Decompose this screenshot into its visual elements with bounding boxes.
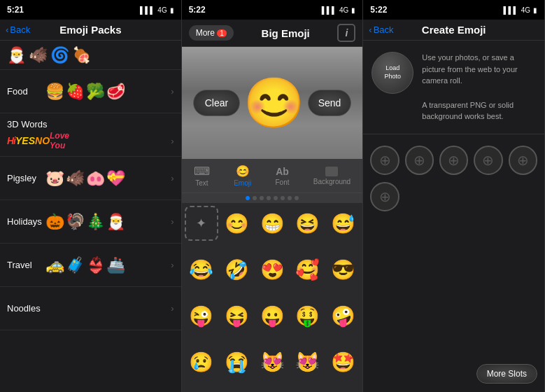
more-button[interactable]: More 1 <box>189 25 234 41</box>
status-icons-3: ▌▌▌ 4G ▮ <box>503 6 537 14</box>
top-emoji-row: 🎅 🐗 🌀 🍖 <box>0 41 181 70</box>
3dwords-love: LoveYou <box>50 131 69 150</box>
tab-text[interactable]: ⌨ Text <box>188 163 215 188</box>
emoji-cell-11[interactable]: 😝 <box>220 298 254 333</box>
more-slots-button[interactable]: More Slots <box>476 364 537 384</box>
page-title-2: Big Emoji <box>262 27 310 39</box>
tab-font[interactable]: Ab Font <box>269 164 295 188</box>
dot-7 <box>288 196 292 200</box>
emoji-slots: ⊕ ⊕ ⊕ ⊕ ⊕ ⊕ <box>363 134 544 365</box>
page-dots <box>182 193 363 203</box>
emoji-cell-14[interactable]: 🤪 <box>326 298 360 333</box>
slot-3[interactable]: ⊕ <box>439 146 468 175</box>
signal-icon-2: ▌▌▌ <box>322 6 337 14</box>
emoji-cell-13[interactable]: 🤑 <box>290 298 325 333</box>
list-item-holidays[interactable]: Holidays 🎃🦃🎄🎅 › <box>0 200 181 244</box>
slot-6[interactable]: ⊕ <box>370 182 399 211</box>
slot-2[interactable]: ⊕ <box>405 146 434 175</box>
status-bar-3: 5:22 ▌▌▌ 4G ▮ <box>363 0 544 20</box>
emoji-cell-9[interactable]: 😎 <box>326 252 360 287</box>
emoji-cell-4[interactable]: 😅 <box>326 206 360 241</box>
tab-background[interactable]: Background <box>308 165 356 187</box>
emoji-cell-7[interactable]: 😍 <box>255 252 290 287</box>
dot-2 <box>253 196 257 200</box>
emoji-cell-5[interactable]: 😂 <box>185 252 219 287</box>
load-description: Use your photos, or save a picture from … <box>422 52 536 122</box>
description-text-1: Use your photos, or save a picture from … <box>422 52 536 87</box>
slot-4[interactable]: ⊕ <box>474 146 502 175</box>
back-chevron-3: ‹ <box>369 24 371 35</box>
list-item-3dwords[interactable]: 3D Words Hi YES NO LoveYou › <box>0 113 181 157</box>
3dwords-no: NO <box>35 135 50 146</box>
tab-text-label: Text <box>195 179 208 187</box>
add-icon-3: ⊕ <box>448 152 460 169</box>
slot-1[interactable]: ⊕ <box>370 146 399 175</box>
tab-background-label: Background <box>313 178 351 186</box>
page-title-1: Emoji Packs <box>59 24 121 36</box>
emoji-grid: ✦ 😊 😁 😆 😅 😂 🤣 😍 🥰 😎 😜 😝 😛 🤑 🤪 😢 😭 😻 😻 🤩 <box>182 203 363 392</box>
chevron-pigsley: › <box>171 173 174 183</box>
send-button[interactable]: Send <box>308 90 352 116</box>
emoji-cell-custom[interactable]: ✦ <box>185 206 219 241</box>
more-label: More <box>196 28 215 38</box>
add-icon-6: ⊕ <box>379 188 391 205</box>
clear-button[interactable]: Clear <box>193 90 240 116</box>
category-emojis-travel: 🚕🧳👙🚢 <box>45 256 171 274</box>
3dwords-yes: YES <box>15 135 35 146</box>
emoji-boar: 🐗 <box>29 46 48 64</box>
keyboard-tabs: ⌨ Text 😊 Emoji Ab Font Background <box>182 159 363 193</box>
category-label-noodles: Noodles <box>7 303 45 314</box>
font-ab-icon: Ab <box>276 166 289 177</box>
tab-font-label: Font <box>275 178 289 186</box>
list-item-food[interactable]: Food 🍔🍓🥦🥩 › <box>0 70 181 113</box>
emoji-cell-15[interactable]: 😢 <box>185 344 219 379</box>
category-label-travel: Travel <box>7 260 45 270</box>
background-square-icon <box>325 167 338 176</box>
status-icons-2: ▌▌▌ 4G ▮ <box>322 6 356 14</box>
emoji-packs-header: ‹ Back Emoji Packs <box>0 20 181 41</box>
list-item-pigsley[interactable]: Pigsley 🐷🐗🐽💝 › <box>0 157 181 200</box>
category-emojis-food: 🍔🍓🥦🥩 <box>45 83 171 101</box>
emoji-cell-2[interactable]: 😁 <box>255 206 290 241</box>
emoji-meat: 🍖 <box>72 46 91 64</box>
dot-4 <box>267 196 271 200</box>
emoji-cell-19[interactable]: 🤩 <box>326 344 360 379</box>
page-title-3: Create Emoji <box>422 24 486 36</box>
chevron-travel: › <box>171 260 174 270</box>
load-photo-button[interactable]: Load Photo <box>371 52 413 94</box>
info-button[interactable]: i <box>337 24 355 42</box>
chevron-food: › <box>171 86 174 97</box>
big-emoji-header: More 1 Big Emoji i <box>182 20 363 47</box>
tab-emoji-label: Emoji <box>234 179 251 187</box>
emoji-cell-10[interactable]: 😜 <box>185 298 219 333</box>
preview-emoji: 😊 <box>243 78 304 127</box>
emoji-icon: 😊 <box>236 164 250 178</box>
back-button-3[interactable]: ‹ Back <box>369 24 393 35</box>
category-list: Food 🍔🍓🥦🥩 › 3D Words Hi YES NO LoveYou ›… <box>0 70 181 392</box>
status-time-1: 5:21 <box>7 5 24 15</box>
emoji-cell-18[interactable]: 😻 <box>290 344 325 379</box>
slot-5[interactable]: ⊕ <box>509 146 537 175</box>
emoji-cell-16[interactable]: 😭 <box>220 344 254 379</box>
emoji-cell-3[interactable]: 😆 <box>290 206 325 241</box>
slots-row-2: ⊕ <box>370 182 537 211</box>
dot-3 <box>260 196 264 200</box>
status-icons-1: ▌▌▌ 4G ▮ <box>140 6 174 14</box>
emoji-cell-1[interactable]: 😊 <box>220 206 254 241</box>
load-photo-line2: Photo <box>385 73 402 81</box>
emoji-cell-8[interactable]: 🥰 <box>290 252 325 287</box>
status-bar-2: 5:22 ▌▌▌ 4G ▮ <box>182 0 363 20</box>
category-emojis-holidays: 🎃🦃🎄🎅 <box>45 213 171 231</box>
emoji-santa: 🎅 <box>7 46 26 64</box>
emoji-cell-6[interactable]: 🤣 <box>220 252 254 287</box>
emoji-cell-17[interactable]: 😻 <box>255 344 290 379</box>
emoji-preview: Clear 😊 Send <box>182 47 363 159</box>
list-item-noodles[interactable]: Noodles › <box>0 287 181 330</box>
list-item-travel[interactable]: Travel 🚕🧳👙🚢 › <box>0 244 181 287</box>
emoji-cell-12[interactable]: 😛 <box>255 298 290 333</box>
back-button-1[interactable]: ‹ Back <box>6 24 30 35</box>
dot-8 <box>295 196 299 200</box>
description-text-2: A transparent PNG or solid background wo… <box>422 99 536 122</box>
tab-emoji[interactable]: 😊 Emoji <box>228 163 257 188</box>
category-label-holidays: Holidays <box>7 216 45 227</box>
